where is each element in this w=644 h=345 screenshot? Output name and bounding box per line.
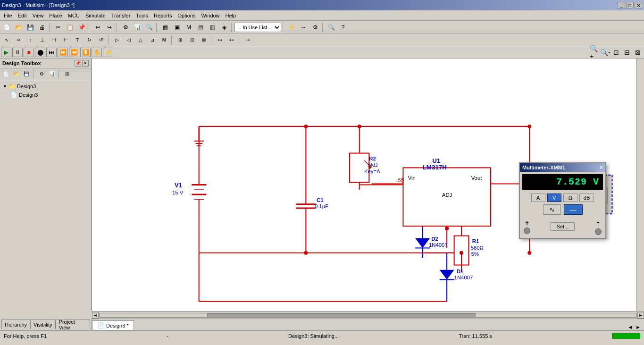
maximize-btn[interactable]: □	[626, 2, 634, 8]
sim-hand-btn[interactable]: ✋	[92, 48, 102, 57]
tb5[interactable]: ▣	[171, 22, 183, 33]
minimize-btn[interactable]: _	[618, 2, 625, 8]
tb4[interactable]: ▦	[159, 22, 171, 33]
menu-tools[interactable]: Tools	[133, 12, 151, 19]
sim-fwd3-btn[interactable]: ⏪	[69, 48, 79, 57]
copy-btn[interactable]: 📋	[64, 22, 75, 33]
comp14[interactable]: M	[159, 35, 170, 45]
comp19[interactable]: ⊷	[226, 35, 237, 45]
comp6[interactable]: ⊢	[60, 35, 71, 45]
tb1[interactable]: ⚙	[120, 22, 131, 33]
comp13[interactable]: ⊿	[147, 35, 158, 45]
tab-nav-left[interactable]: ◄	[626, 324, 634, 330]
open-btn[interactable]: 📂	[13, 22, 24, 33]
tree-root[interactable]: ▼ 📁 Design3	[2, 82, 89, 91]
close-btn[interactable]: ✕	[635, 2, 642, 8]
menu-help[interactable]: Help	[223, 12, 239, 19]
comp9[interactable]: ↺	[95, 35, 107, 45]
toolbox-close-btn[interactable]: ×	[82, 60, 89, 67]
save-btn[interactable]: 💾	[25, 22, 36, 33]
toolbox-tb5[interactable]: 📊	[47, 69, 57, 78]
design3-tab[interactable]: 📄 Design3 *	[92, 320, 134, 330]
tb12[interactable]: ⚙	[309, 22, 321, 33]
menu-edit[interactable]: Edit	[15, 12, 30, 19]
multimeter-title-bar[interactable]: Multimeter-XMM1 ×	[520, 163, 605, 172]
multimeter-close-btn[interactable]: ×	[600, 164, 603, 171]
redo-btn[interactable]: ↪	[104, 22, 115, 33]
sim-extra-btn[interactable]: ⚡	[103, 48, 113, 57]
comp16[interactable]: ⊟	[186, 35, 198, 45]
mm-set-btn[interactable]: Set...	[551, 222, 575, 231]
menu-simulate[interactable]: Simulate	[83, 12, 109, 19]
toolbox-tb1[interactable]: 📄	[1, 69, 10, 78]
menu-window[interactable]: Window	[198, 12, 222, 19]
comp4[interactable]: ⊥	[36, 35, 48, 45]
comp11[interactable]: ◁	[123, 35, 134, 45]
mm-minus-terminal-circle[interactable]	[595, 228, 602, 235]
tb8[interactable]: ▥	[207, 22, 218, 33]
tb6[interactable]: M	[183, 22, 194, 33]
sim-step-btn[interactable]: ⬤	[35, 48, 45, 57]
mm-volt-btn[interactable]: V	[547, 194, 561, 202]
horizontal-scrollbar[interactable]: ◄ ►	[92, 311, 644, 319]
comp3[interactable]: ↕	[25, 35, 36, 45]
comp1[interactable]: ∿	[1, 35, 12, 45]
in-use-list-dropdown[interactable]: -- In Use List --	[234, 23, 281, 32]
help-btn[interactable]: ?	[337, 22, 349, 33]
menu-file[interactable]: File	[1, 12, 15, 19]
comp7[interactable]: ⊤	[72, 35, 83, 45]
zoom-fit-btn[interactable]: ⊡	[611, 48, 621, 57]
mm-plus-terminal-circle[interactable]	[524, 227, 530, 234]
horiz-scroll-thumb[interactable]	[207, 313, 476, 317]
tb9[interactable]: ◈	[218, 22, 230, 33]
scroll-left-btn[interactable]: ◄	[92, 312, 99, 319]
project-view-tab[interactable]: Project View	[56, 320, 90, 329]
sim-fwd-btn[interactable]: ⏭	[46, 48, 57, 57]
scroll-right-btn[interactable]: ►	[637, 312, 644, 319]
comp8[interactable]: ↻	[84, 35, 95, 45]
visibility-tab[interactable]: Visibility	[30, 320, 56, 329]
menu-place[interactable]: Place	[46, 12, 65, 19]
new-btn[interactable]: 📄	[1, 22, 12, 33]
comp12[interactable]: △	[135, 35, 146, 45]
toolbox-tb3[interactable]: 💾	[22, 69, 31, 78]
sim-stop-btn[interactable]: ■	[24, 48, 34, 57]
menu-reports[interactable]: Reports	[151, 12, 175, 19]
tb13[interactable]: 🔍	[326, 22, 337, 33]
zoom-out-btn[interactable]: 🔍-	[600, 48, 611, 57]
tb10[interactable]: ⚡	[286, 22, 297, 33]
tree-child[interactable]: 📄 Design3	[9, 91, 89, 99]
mm-dc-btn[interactable]: —	[564, 204, 583, 215]
comp10[interactable]: ▷	[111, 35, 123, 45]
toolbox-tb6[interactable]: ⊞	[62, 69, 72, 78]
menu-options[interactable]: Options	[175, 12, 199, 19]
menu-transfer[interactable]: Transfer	[109, 12, 134, 19]
mm-db-btn[interactable]: dB	[579, 194, 594, 202]
comp5[interactable]: ⊣	[48, 35, 59, 45]
sim-fwd4-btn[interactable]: ⏬	[80, 48, 91, 57]
mm-amp-btn[interactable]: A	[531, 194, 545, 202]
sim-run-btn[interactable]: ▶	[1, 48, 11, 57]
sim-fwd2-btn[interactable]: ⏩	[58, 48, 68, 57]
comp18[interactable]: ⊶	[214, 35, 226, 45]
menu-mcu[interactable]: MCU	[65, 12, 83, 19]
cut-btn[interactable]: ✂	[52, 22, 64, 33]
tab-nav-right[interactable]: ►	[634, 324, 642, 330]
comp2[interactable]: ∾	[13, 35, 24, 45]
menu-view[interactable]: View	[30, 12, 47, 19]
paste-btn[interactable]: 📌	[76, 22, 87, 33]
tb7[interactable]: ▤	[195, 22, 206, 33]
hierarchy-tab[interactable]: Hierarchy	[1, 320, 30, 329]
canvas-area[interactable]: ▲ ▼ V1 15 V	[92, 59, 644, 311]
tb3[interactable]: 🔍	[143, 22, 155, 33]
print-btn[interactable]: 🖨	[36, 22, 48, 33]
zoom-extra-btn[interactable]: ⊠	[633, 48, 643, 57]
comp20[interactable]: ⊸	[242, 35, 253, 45]
tb11[interactable]: ↔	[298, 22, 309, 33]
tb2[interactable]: 📊	[132, 22, 143, 33]
zoom-area-btn[interactable]: ⊟	[622, 48, 632, 57]
comp17[interactable]: ⊠	[198, 35, 209, 45]
sim-pause-btn[interactable]: ⏸	[12, 48, 23, 57]
mm-ohm-btn[interactable]: Ω	[563, 194, 577, 202]
comp15[interactable]: ⊞	[175, 35, 186, 45]
